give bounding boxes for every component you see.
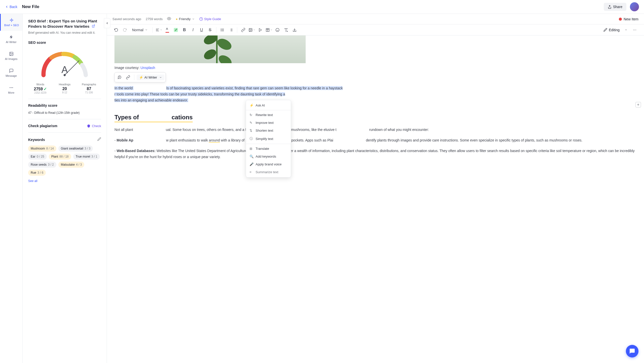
image-button[interactable] <box>248 26 256 34</box>
align-button[interactable] <box>155 26 163 34</box>
nav-label: Brief + SEO <box>4 24 19 27</box>
emoji-button[interactable] <box>274 26 281 34</box>
svg-marker-27 <box>259 28 261 31</box>
keyword-tag[interactable]: True morel3 / 1 <box>73 154 100 160</box>
bold-button[interactable]: B <box>181 26 188 34</box>
back-button[interactable]: Back <box>5 5 17 9</box>
keyword-tag[interactable]: Rue3 / 6 <box>28 170 46 176</box>
chat-support-button[interactable] <box>626 345 638 357</box>
nav-message[interactable]: Message <box>0 64 22 81</box>
menu-shorten[interactable]: ⇅Shorten text <box>246 127 291 134</box>
more-options-button[interactable] <box>631 26 638 34</box>
user-avatar[interactable] <box>630 2 639 11</box>
video-button[interactable] <box>257 26 264 34</box>
file-name: New File <box>22 4 39 9</box>
svg-line-7 <box>93 25 95 26</box>
menu-summarize[interactable]: ≡Summarize text <box>246 168 291 176</box>
stat-headings: Headings 20 8-12 <box>53 83 77 94</box>
info-icon: ⓘ <box>250 136 253 141</box>
translate-icon: ⊞ <box>250 147 253 151</box>
menu-keywords[interactable]: 🔍Add keywords <box>246 153 291 160</box>
svg-point-10 <box>169 18 170 19</box>
nav-more[interactable]: More <box>0 81 22 98</box>
new-item-status: New Item <box>619 17 638 21</box>
content-paragraph[interactable]: - Web-Based Databases: Websites like The… <box>114 148 636 160</box>
keyword-tag[interactable]: Ear0 / 25 <box>28 154 47 160</box>
underline-button[interactable]: U <box>198 26 205 34</box>
svg-point-40 <box>216 37 233 52</box>
redo-button[interactable] <box>121 26 129 34</box>
seo-score-title: SEO score <box>28 41 101 45</box>
floating-toolbar: ⚡ AI Writer <box>114 72 166 82</box>
keyword-tag[interactable]: Plant88 / 18 <box>49 154 71 160</box>
check-plagiarism-button[interactable]: Check <box>87 124 101 128</box>
see-all-keywords[interactable]: See all <box>28 179 101 183</box>
menu-brand-voice[interactable]: 🎤Apply brand voice <box>246 160 291 168</box>
brief-description: Brief generated with AI. You can review … <box>28 30 101 35</box>
content-paragraph[interactable]: In the world ls of fascinating species a… <box>114 85 636 103</box>
compress-icon: ⇅ <box>250 129 253 132</box>
keyword-tag[interactable]: Matsutake4 / 3 <box>58 162 85 168</box>
word-count: 2759 words <box>146 17 163 21</box>
check-icon: ✓ <box>44 87 47 91</box>
svg-point-36 <box>634 30 635 30</box>
keyword-tag[interactable]: Mushroom8 / 14 <box>28 146 56 152</box>
menu-simplify[interactable]: ⓘSimplify text <box>246 134 291 143</box>
back-label: Back <box>10 5 17 9</box>
link-button-float[interactable] <box>124 74 132 81</box>
heading-selector[interactable]: Normal <box>130 27 150 33</box>
svg-point-35 <box>633 30 634 30</box>
readability-text: 47 - Difficult to Read (12th-15th grade) <box>28 111 101 115</box>
stat-words: Words 2759✓ 2152-3229 <box>28 83 53 94</box>
brief-title: SEO Brief : Expert Tips on Using Plant F… <box>28 18 101 29</box>
menu-rewrite[interactable]: ↻Rewrite text <box>246 111 291 119</box>
style-guide-button[interactable]: Style Guide <box>199 17 221 21</box>
search-icon: 🔍 <box>250 155 253 158</box>
svg-point-6 <box>12 87 13 88</box>
edit-keywords-icon[interactable] <box>97 137 101 142</box>
strikethrough-button[interactable]: S <box>206 26 214 34</box>
svg-point-21 <box>221 31 221 31</box>
collapse-panel-button[interactable] <box>104 18 110 28</box>
svg-point-20 <box>221 30 221 30</box>
stat-paragraphs: Paragraphs 87 71-106 <box>77 83 101 94</box>
menu-improve[interactable]: ✎Improve text <box>246 119 291 127</box>
nav-ai-images[interactable]: AI Images <box>0 48 22 64</box>
menu-translate[interactable]: ⊞Translate <box>246 145 291 153</box>
mic-icon: 🎤 <box>250 162 253 166</box>
image-caption: Image courtesy: Unsplash <box>114 66 636 70</box>
download-button[interactable] <box>291 26 298 34</box>
nav-ai-writer[interactable]: AI Writer <box>0 31 22 48</box>
section-heading[interactable]: Types ofcations <box>114 114 193 122</box>
image-source-link[interactable]: Unsplash <box>141 66 155 70</box>
keyword-tag[interactable]: Giant swallowtail3 / 3 <box>58 146 93 152</box>
visibility-icon[interactable] <box>167 17 171 21</box>
editing-mode-button[interactable]: Editing <box>601 27 630 33</box>
undo-button[interactable] <box>112 26 120 34</box>
bullet-list-button[interactable] <box>219 26 226 34</box>
comment-button[interactable] <box>116 74 123 81</box>
numbered-list-button[interactable] <box>227 26 235 34</box>
add-paragraph-button[interactable]: + <box>635 102 641 107</box>
menu-ask-ai[interactable]: ⚡Ask AI <box>246 101 291 109</box>
svg-point-5 <box>11 87 12 88</box>
ai-writer-dropdown[interactable]: ⚡ AI Writer <box>137 75 165 80</box>
content-paragraph[interactable]: - Mobile Apw plant enthusiasts to walk a… <box>114 137 636 143</box>
share-label: Share <box>613 5 622 9</box>
refresh-icon: ↻ <box>250 113 253 117</box>
svg-point-37 <box>636 30 636 30</box>
mic-icon: ● <box>176 17 178 21</box>
external-link-icon[interactable] <box>92 24 95 28</box>
table-button[interactable] <box>265 26 273 34</box>
text-color-button[interactable] <box>164 26 171 34</box>
nav-brief-seo[interactable]: Brief + SEO <box>0 14 22 31</box>
status-dot-icon <box>619 18 622 21</box>
link-button[interactable] <box>239 26 247 34</box>
italic-button[interactable]: I <box>189 26 197 34</box>
share-button[interactable]: Share <box>604 3 626 11</box>
content-paragraph[interactable]: Not all plantual. Some focus on trees, o… <box>114 127 636 133</box>
clear-format-button[interactable] <box>282 26 290 34</box>
highlight-button[interactable] <box>172 26 180 34</box>
keyword-tag[interactable]: Rose seeds3 / 2 <box>28 162 56 168</box>
tone-selector[interactable]: ● Friendly <box>176 17 194 21</box>
